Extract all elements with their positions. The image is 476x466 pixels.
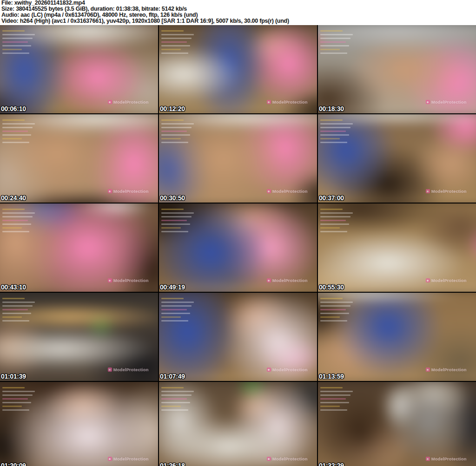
timestamp-overlay: 01:26:18 (160, 462, 185, 466)
timestamp-overlay: 00:49:19 (160, 283, 185, 291)
timestamp-overlay: 00:30:50 (160, 194, 185, 202)
video-contact-sheet: File: xwithy_202601141832.mp4 Size: 3804… (0, 0, 476, 466)
stream-stats-overlay (2, 117, 43, 145)
timestamp-overlay: 00:12:20 (160, 105, 185, 112)
stream-stats-overlay (161, 295, 202, 324)
media-info-header: File: xwithy_202601141832.mp4 Size: 3804… (0, 0, 476, 25)
stream-stats-overlay (320, 385, 361, 413)
video-thumbnail[interactable]: ModelProtection 00:12:20 (159, 25, 317, 113)
stream-stats-overlay (2, 385, 43, 413)
video-thumbnail[interactable]: ModelProtection 00:30:50 (159, 114, 317, 203)
video-thumbnail[interactable]: ModelProtection 00:06:10 (0, 25, 158, 113)
timestamp-overlay: 01:20:09 (1, 462, 26, 466)
thumbnail-grid: ModelProtection 00:06:10 ModelProtection… (0, 25, 476, 466)
timestamp-overlay: 01:13:59 (319, 373, 344, 380)
video-thumbnail[interactable]: ModelProtection 00:18:30 (318, 25, 476, 113)
stream-stats-overlay (2, 295, 43, 324)
video-thumbnail[interactable]: ModelProtection 01:20:09 (0, 382, 158, 466)
timestamp-overlay: 01:01:39 (1, 373, 26, 380)
stream-stats-overlay (320, 28, 361, 56)
video-thumbnail[interactable]: ModelProtection 01:32:29 (318, 382, 476, 466)
video-thumbnail[interactable]: ModelProtection 01:07:49 (159, 293, 317, 381)
stream-stats-overlay (161, 28, 202, 56)
timestamp-overlay: 00:43:10 (1, 283, 26, 291)
timestamp-overlay: 00:37:00 (319, 194, 344, 202)
stream-stats-overlay (2, 28, 43, 56)
stream-stats-overlay (161, 385, 202, 413)
video-info-line: Video: h264 (High) (avc1 / 0x31637661), … (1, 18, 475, 24)
video-thumbnail[interactable]: ModelProtection 00:55:30 (318, 203, 476, 292)
video-thumbnail[interactable]: ModelProtection 00:43:10 (0, 203, 158, 292)
timestamp-overlay: 01:07:49 (160, 373, 185, 380)
stream-stats-overlay (161, 117, 202, 145)
timestamp-overlay: 00:55:30 (319, 283, 344, 291)
timestamp-overlay: 00:06:10 (1, 105, 26, 112)
stream-stats-overlay (320, 206, 361, 235)
video-thumbnail[interactable]: ModelProtection 01:01:39 (0, 293, 158, 381)
stream-stats-overlay (161, 206, 202, 235)
video-thumbnail[interactable]: ModelProtection 00:49:19 (159, 203, 317, 292)
timestamp-overlay: 01:32:29 (319, 462, 344, 466)
video-thumbnail[interactable]: ModelProtection 00:24:40 (0, 114, 158, 203)
video-thumbnail[interactable]: ModelProtection 01:26:18 (159, 382, 317, 466)
stream-stats-overlay (2, 206, 43, 235)
video-thumbnail[interactable]: ModelProtection 00:37:00 (318, 114, 476, 203)
timestamp-overlay: 00:24:40 (1, 194, 26, 202)
stream-stats-overlay (320, 117, 361, 145)
video-thumbnail[interactable]: ModelProtection 01:13:59 (318, 293, 476, 381)
timestamp-overlay: 00:18:30 (319, 105, 344, 112)
stream-stats-overlay (320, 295, 361, 324)
